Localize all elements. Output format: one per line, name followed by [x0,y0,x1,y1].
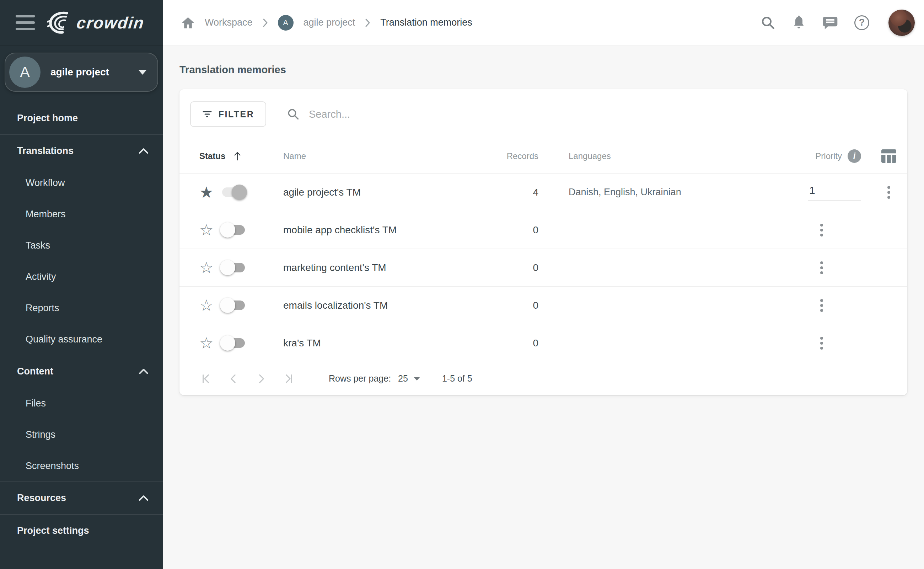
breadcrumb: Workspace A agile project Translation me… [181,15,472,30]
sidebar-item[interactable]: Members [0,198,163,230]
rows-per-page-select[interactable]: 25 [398,373,420,384]
tm-records: 0 [533,262,539,274]
home-icon[interactable] [181,17,195,29]
sidebar-item[interactable]: Reports [0,292,163,324]
search-icon[interactable] [760,15,775,30]
sidebar-item[interactable]: Content [0,355,163,388]
sidebar-item-label: Strings [26,429,149,440]
sidebar-item[interactable]: Resources [0,482,163,514]
topbar-actions: ? [760,10,915,36]
sidebar-nav: Project home Translations Workflow Membe… [0,102,163,547]
row-menu-kebab-icon[interactable] [818,222,825,239]
tm-name[interactable]: emails localization's TM [272,300,517,311]
row-menu-kebab-icon[interactable] [818,335,825,352]
sidebar-item-label: Quality assurance [26,334,149,345]
row-menu-kebab-icon[interactable] [818,259,825,276]
star-icon[interactable] [199,298,222,313]
sidebar-item[interactable]: Project home [0,102,163,134]
star-icon[interactable] [199,184,222,200]
chevron-up-icon[interactable] [139,495,149,501]
sidebar-item-label: Translations [17,146,139,157]
first-page-icon[interactable] [198,371,214,386]
enabled-toggle[interactable] [222,263,245,272]
rows-per-page-label: Rows per page: [329,373,391,384]
translation-memories-card: FILTER Status Name Records Languages [179,89,907,395]
enabled-toggle[interactable] [222,338,245,348]
column-header-name[interactable]: Name [272,151,517,161]
sidebar-item[interactable]: Files [0,388,163,419]
sidebar-item[interactable]: Project settings [0,514,163,547]
crowdin-wordmark: crowdin [76,13,146,32]
enabled-toggle[interactable] [222,225,245,235]
tm-records: 0 [533,300,539,311]
sidebar-item[interactable]: Strings [0,419,163,450]
chevron-up-icon[interactable] [139,148,149,154]
star-icon[interactable] [199,260,222,275]
user-avatar[interactable] [888,10,915,36]
breadcrumb-current: Translation memories [380,17,472,28]
priority-cell [808,184,877,201]
previous-page-icon[interactable] [226,371,241,386]
filter-button[interactable]: FILTER [190,101,266,127]
filter-button-label: FILTER [218,109,255,120]
crowdin-logo[interactable]: crowdin [47,11,144,35]
sort-arrow-up-icon [233,151,242,161]
column-header-languages[interactable]: Languages [539,151,766,161]
chevron-right-icon [365,18,370,27]
sidebar-item[interactable]: Quality assurance [0,324,163,355]
enabled-toggle[interactable] [222,301,245,310]
search-input[interactable] [309,108,629,120]
breadcrumb-project[interactable]: agile project [303,17,355,28]
row-menu-kebab-icon[interactable] [885,184,892,201]
table-toolbar: FILTER [179,89,907,139]
sidebar-item[interactable]: Screenshots [0,450,163,482]
sidebar-item[interactable]: Workflow [0,167,163,198]
tm-name[interactable]: kra's TM [272,338,517,349]
row-menu-kebab-icon[interactable] [818,297,825,314]
column-header-priority: Priority i [766,149,877,163]
table-row: emails localization's TM 0 [179,286,907,324]
star-icon[interactable] [199,335,222,351]
tm-name[interactable]: mobile app checklist's TM [272,224,517,236]
search-icon [287,108,300,120]
table-body: agile project's TM 4 Danish, English, Uk… [179,173,907,362]
chevron-right-icon [262,18,268,27]
star-icon[interactable] [199,222,222,238]
crowdin-logo-mark [47,11,73,35]
sidebar-item-label: Project home [17,113,149,124]
search-box [287,108,897,120]
menu-icon[interactable] [16,15,35,30]
topbar: Workspace A agile project Translation me… [163,0,924,46]
column-header-records[interactable]: Records [507,151,539,161]
tm-name[interactable]: marketing content's TM [272,262,517,274]
sidebar-item[interactable]: Tasks [0,230,163,261]
table-row: mobile app checklist's TM 0 [179,211,907,249]
sidebar-item-label: Resources [17,493,139,504]
next-page-icon[interactable] [253,371,269,386]
sidebar-top: crowdin [0,0,163,46]
sidebar-item-label: Screenshots [26,461,149,472]
last-page-icon[interactable] [281,371,297,386]
column-header-status[interactable]: Status [199,151,272,161]
sidebar-item-label: Members [26,209,149,220]
chevron-up-icon[interactable] [139,368,149,374]
breadcrumb-workspace[interactable]: Workspace [205,17,253,28]
table-row: agile project's TM 4 Danish, English, Uk… [179,173,907,211]
filter-icon [202,110,212,119]
sidebar-item[interactable]: Activity [0,261,163,292]
notifications-bell-icon[interactable] [792,15,806,30]
priority-input[interactable] [808,184,861,201]
help-icon[interactable]: ? [854,15,869,30]
sidebar-item[interactable]: Translations [0,134,163,167]
sidebar-item-label: Workflow [26,178,149,189]
pagination-range: 1-5 of 5 [442,373,472,384]
enabled-toggle[interactable] [222,187,245,197]
project-selector[interactable]: A agile project [5,53,158,92]
messages-chat-icon[interactable] [822,15,838,30]
tm-name[interactable]: agile project's TM [272,187,517,198]
columns-settings-icon[interactable] [881,149,897,164]
main-content: Translation memories FILTER [163,46,924,569]
breadcrumb-project-avatar[interactable]: A [278,15,294,30]
info-icon[interactable]: i [848,149,861,163]
table-header: Status Name Records Languages Priority i [179,139,907,173]
